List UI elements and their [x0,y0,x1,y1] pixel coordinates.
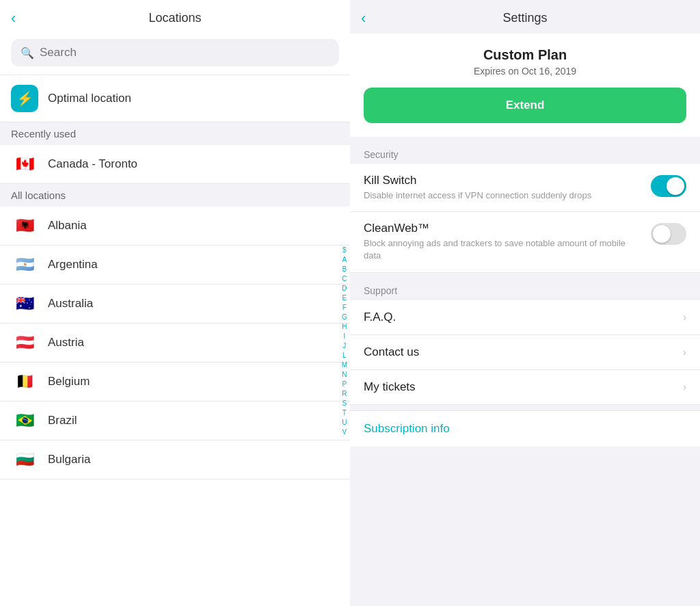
contact-chevron-icon: › [683,346,686,358]
locations-panel: ‹ Locations 🔍 ⚡ Optimal location Recentl… [0,0,350,606]
flag-argentina: 🇦🇷 [11,255,38,274]
cleanweb-text: CleanWeb™ Block annoying ads and tracker… [364,222,643,262]
australia-label: Australia [48,297,93,311]
location-item-brazil[interactable]: 🇧🇷 Brazil [0,401,350,440]
optimal-icon: ⚡ [11,85,38,112]
locations-title: Locations [148,11,201,25]
flag-bulgaria: 🇧🇬 [11,450,38,469]
search-bar[interactable]: 🔍 [11,39,339,66]
alpha-e[interactable]: E [342,293,347,302]
belgium-label: Belgium [48,375,90,388]
contact-label: Contact us [364,345,683,359]
alpha-p[interactable]: P [342,380,347,388]
bulgaria-label: Bulgaria [48,453,90,466]
settings-title: Settings [502,11,547,25]
tickets-label: My tickets [364,380,683,394]
lightning-icon: ⚡ [16,90,33,107]
settings-header: ‹ Settings [350,0,700,34]
alpha-f[interactable]: F [342,303,347,312]
plan-expires: Expires on Oct 16, 2019 [364,66,686,77]
alphabet-index: $ A B C D E F G H I J L M N P R S T U V [342,246,347,436]
support-section-header: Support [350,278,700,300]
flag-belgium: 🇧🇪 [11,372,38,391]
canada-label: Canada - Toronto [48,157,137,171]
faq-chevron-icon: › [683,311,686,324]
subscription-link-section: Subscription info [350,410,700,447]
recently-used-header: Recently used [0,122,350,145]
location-item-argentina[interactable]: 🇦🇷 Argentina [0,246,350,285]
albania-label: Albania [48,219,87,233]
alpha-dollar[interactable]: $ [342,246,347,254]
cleanweb-item: CleanWeb™ Block annoying ads and tracker… [350,212,700,272]
kill-switch-knob [667,177,684,195]
alpha-v[interactable]: V [342,427,347,436]
flag-brazil: 🇧🇷 [11,411,38,430]
optimal-location-label: Optimal location [48,92,131,105]
cleanweb-knob [653,225,671,243]
kill-switch-item: Kill Switch Disable internet access if V… [350,164,700,212]
kill-switch-toggle[interactable] [651,175,686,197]
austria-label: Austria [48,336,84,350]
alpha-n[interactable]: N [342,370,347,379]
location-item-australia[interactable]: 🇦🇺 Australia [0,285,350,324]
alpha-b[interactable]: B [342,265,347,274]
alpha-t[interactable]: T [342,408,347,417]
alpha-c[interactable]: C [342,274,347,283]
location-item-albania[interactable]: 🇦🇱 Albania [0,207,350,246]
locations-back-button[interactable]: ‹ [11,10,16,27]
plan-name: Custom Plan [364,47,686,63]
flag-canada: 🇨🇦 [11,155,38,174]
alpha-l[interactable]: L [342,351,347,360]
flag-albania: 🇦🇱 [11,216,38,235]
support-card: F.A.Q. › Contact us › My tickets › [350,300,700,405]
flag-australia: 🇦🇺 [11,294,38,313]
tickets-item[interactable]: My tickets › [350,370,700,405]
security-section-header: Security [350,142,700,164]
faq-label: F.A.Q. [364,311,683,324]
location-item-austria[interactable]: 🇦🇹 Austria [0,324,350,363]
alpha-g[interactable]: G [342,313,347,321]
alpha-d[interactable]: D [342,284,347,293]
search-input[interactable] [40,46,329,60]
location-item-belgium[interactable]: 🇧🇪 Belgium [0,363,350,401]
recently-used-item-canada[interactable]: 🇨🇦 Canada - Toronto [0,145,350,184]
alpha-s[interactable]: S [342,399,347,408]
kill-switch-label: Kill Switch [364,174,643,187]
alpha-j[interactable]: J [342,341,347,350]
locations-header: ‹ Locations [0,0,350,34]
contact-item[interactable]: Contact us › [350,335,700,370]
settings-back-button[interactable]: ‹ [361,10,366,27]
security-card: Kill Switch Disable internet access if V… [350,164,700,273]
tickets-chevron-icon: › [683,381,686,393]
alpha-m[interactable]: M [342,360,347,369]
plan-section: Custom Plan Expires on Oct 16, 2019 Exte… [350,34,700,137]
argentina-label: Argentina [48,258,98,272]
flag-austria: 🇦🇹 [11,333,38,352]
alpha-i[interactable]: I [342,332,347,341]
all-locations-header: All locations [0,184,350,207]
alpha-u[interactable]: U [342,418,347,427]
kill-switch-text: Kill Switch Disable internet access if V… [364,174,643,202]
kill-switch-desc: Disable internet access if VPN connectio… [364,189,643,202]
cleanweb-desc: Block annoying ads and trackers to save … [364,237,643,262]
settings-panel: ‹ Settings Custom Plan Expires on Oct 16… [350,0,700,606]
location-item-bulgaria[interactable]: 🇧🇬 Bulgaria [0,440,350,479]
brazil-label: Brazil [48,414,77,427]
locations-list: ⚡ Optimal location Recently used 🇨🇦 Cana… [0,75,350,606]
alpha-h[interactable]: H [342,322,347,331]
alpha-r[interactable]: R [342,389,347,398]
subscription-link-button[interactable]: Subscription info [364,422,450,435]
cleanweb-label: CleanWeb™ [364,222,643,235]
extend-button[interactable]: Extend [364,88,686,123]
search-icon: 🔍 [21,47,34,60]
cleanweb-toggle[interactable] [651,223,686,245]
faq-item[interactable]: F.A.Q. › [350,300,700,335]
optimal-location-item[interactable]: ⚡ Optimal location [0,75,350,122]
alpha-a[interactable]: A [342,255,347,264]
